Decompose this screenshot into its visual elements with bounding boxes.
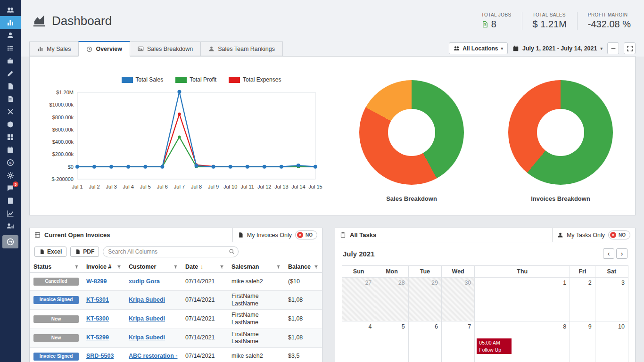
svg-text:Jul 10: Jul 10 xyxy=(223,184,237,189)
legend-total-profit: Total Profit xyxy=(175,76,216,83)
locations-label: All Locations xyxy=(462,45,498,52)
sidebar-item-expand-sidebar[interactable] xyxy=(2,235,18,248)
pencil-icon xyxy=(7,70,14,77)
filter-icon[interactable] xyxy=(117,265,121,269)
sidebar-item-invoices[interactable] xyxy=(0,92,21,105)
svg-text:$-200000: $-200000 xyxy=(52,176,74,182)
sidebar-item-proposals[interactable] xyxy=(0,80,21,92)
customer-link[interactable]: ABC restoration - xyxy=(129,353,177,359)
customer-link[interactable]: Kripa Subedi xyxy=(129,315,165,322)
calendar-day-8[interactable]: 805:00 AMFollow Up xyxy=(475,321,570,362)
sidebar-item-reports[interactable] xyxy=(0,207,21,220)
calendar-day-10[interactable]: 10 xyxy=(595,321,628,362)
column-header-balance[interactable]: Balance xyxy=(284,261,322,273)
sidebar-item-integrations[interactable] xyxy=(0,131,21,143)
calendar-day-4[interactable]: 4 xyxy=(342,321,375,362)
svg-text:Jul 5: Jul 5 xyxy=(140,184,151,189)
sidebar-item-jobs[interactable] xyxy=(0,54,21,67)
customer-link[interactable]: Kripa Subedi xyxy=(129,296,165,303)
sidebar-item-customers[interactable] xyxy=(0,29,21,41)
invoice-row[interactable]: Invoice SignedSRD-5503ABC restoration -0… xyxy=(30,347,322,362)
calendar-next-button[interactable]: › xyxy=(616,248,627,259)
column-header-salesman[interactable]: Salesman xyxy=(228,261,284,273)
invoice-salesman: FirstName LastName xyxy=(228,329,284,347)
my-tasks-only-toggle[interactable]: My Tasks Only × NO xyxy=(552,228,635,242)
calendar-day-5[interactable]: 5 xyxy=(375,321,408,362)
sidebar-item-payments[interactable]: $ xyxy=(0,156,21,169)
sidebar-item-tasks[interactable] xyxy=(0,41,21,54)
calendar-day-6[interactable]: 6 xyxy=(408,321,441,362)
tab-sales-team-rankings[interactable]: Sales Team Rankings xyxy=(200,41,283,56)
filter-icon[interactable] xyxy=(314,265,318,269)
invoice-number-link[interactable]: KT-5300 xyxy=(86,315,109,322)
export-pdf-button[interactable]: PDF xyxy=(70,247,99,257)
toggle-no-pill[interactable]: × NO xyxy=(295,230,317,239)
my-invoices-only-toggle[interactable]: My Invoices Only × NO xyxy=(232,228,322,242)
tab-my-sales[interactable]: My Sales xyxy=(29,41,79,56)
sidebar-item-work-orders[interactable] xyxy=(0,105,21,118)
sidebar-item-estimates[interactable] xyxy=(0,67,21,80)
sidebar-item-inventory[interactable] xyxy=(0,118,21,131)
invoice-date: 07/14/2021 xyxy=(182,273,228,291)
tab-overview[interactable]: Overview xyxy=(78,41,130,57)
calendar-day-27[interactable]: 27 xyxy=(342,278,375,321)
svg-text:Jul 14: Jul 14 xyxy=(291,184,305,189)
filter-icon[interactable] xyxy=(276,265,281,269)
export-excel-button[interactable]: Excel xyxy=(34,247,66,257)
toggle-no-pill[interactable]: × NO xyxy=(608,230,630,239)
calendar-prev-button[interactable]: ‹ xyxy=(603,248,614,259)
sidebar-item-messages[interactable]: 5 xyxy=(0,181,21,194)
checklist-icon xyxy=(7,44,14,52)
sidebar-item-schedule[interactable] xyxy=(0,143,21,156)
filter-icon[interactable] xyxy=(173,265,178,269)
column-header-invoice[interactable]: Invoice # xyxy=(83,261,125,273)
calendar-day-30[interactable]: 30 xyxy=(441,278,474,321)
calendar-day-9[interactable]: 9 xyxy=(570,321,595,362)
stat-value: $8 xyxy=(481,19,512,30)
customer-link[interactable]: xudip Gora xyxy=(129,278,160,285)
sidebar-item-dashboard[interactable] xyxy=(0,16,21,29)
invoice-salesman: FirstName LastName xyxy=(228,291,284,310)
sidebar-item-settings[interactable] xyxy=(0,169,21,181)
day-header-sat: Sat xyxy=(595,266,628,278)
column-header-customer[interactable]: Customer xyxy=(125,261,182,273)
calendar-day-29[interactable]: 29 xyxy=(408,278,441,321)
sort-desc-icon[interactable]: ↓ xyxy=(200,263,203,270)
date-range-picker[interactable]: July 1, 2021 - July 14, 2021 ▾ xyxy=(512,45,603,52)
locations-filter-button[interactable]: All Locations ▾ xyxy=(449,42,508,54)
filter-icon[interactable] xyxy=(220,265,224,269)
filter-icon[interactable] xyxy=(74,265,79,269)
invoice-row[interactable]: Invoice SignedKT-5301Kripa Subedi07/14/2… xyxy=(30,291,322,310)
minus-icon xyxy=(610,45,617,52)
legend-total-sales: Total Sales xyxy=(122,76,164,83)
customer-link[interactable]: Kripa Subedi xyxy=(129,334,165,341)
column-header-date[interactable]: Date↓ xyxy=(182,261,228,273)
fullscreen-button[interactable] xyxy=(624,42,636,54)
tab-sales-breakdown[interactable]: Sales Breakdown xyxy=(130,41,201,56)
sidebar-item-contacts[interactable] xyxy=(0,3,21,16)
invoice-row[interactable]: CancelledW-8299xudip Gora07/14/2021mike … xyxy=(30,273,322,291)
invoice-number-link[interactable]: KT-5301 xyxy=(86,296,109,303)
clock-dollar-icon: $ xyxy=(7,159,14,166)
calendar-day-7[interactable]: 7 xyxy=(441,321,474,362)
invoice-row[interactable]: NewKT-5300Kripa Subedi07/14/2021FirstNam… xyxy=(30,310,322,329)
collapse-panel-button[interactable] xyxy=(607,42,619,54)
sidebar: $5 xyxy=(0,0,21,362)
invoice-row[interactable]: NewKT-5299Kripa Subedi07/14/2021FirstNam… xyxy=(30,329,322,347)
open-invoices-table: StatusInvoice #CustomerDate↓SalesmanBala… xyxy=(30,261,322,362)
column-header-status[interactable]: Status xyxy=(30,261,83,273)
sidebar-item-devices[interactable] xyxy=(0,194,21,207)
calendar-event[interactable]: 05:00 AMFollow Up xyxy=(477,338,512,354)
invoice-number-link[interactable]: KT-5299 xyxy=(86,334,109,341)
calendar-day-2[interactable]: 2 xyxy=(570,278,595,321)
invoice-number-link[interactable]: SRD-5503 xyxy=(86,353,114,359)
app-root: $5 Dashboard TOTAL JOBS$8TOTAL SALES$ 1.… xyxy=(0,0,644,362)
invoice-number-link[interactable]: W-8299 xyxy=(86,278,107,285)
modules-icon xyxy=(7,133,14,141)
sidebar-item-sales-team[interactable] xyxy=(0,220,21,232)
calendar-day-28[interactable]: 28 xyxy=(375,278,408,321)
gear-icon xyxy=(7,172,14,179)
search-all-columns-input[interactable] xyxy=(103,246,239,257)
calendar-day-1[interactable]: 1 xyxy=(475,278,570,321)
calendar-day-3[interactable]: 3 xyxy=(595,278,628,321)
